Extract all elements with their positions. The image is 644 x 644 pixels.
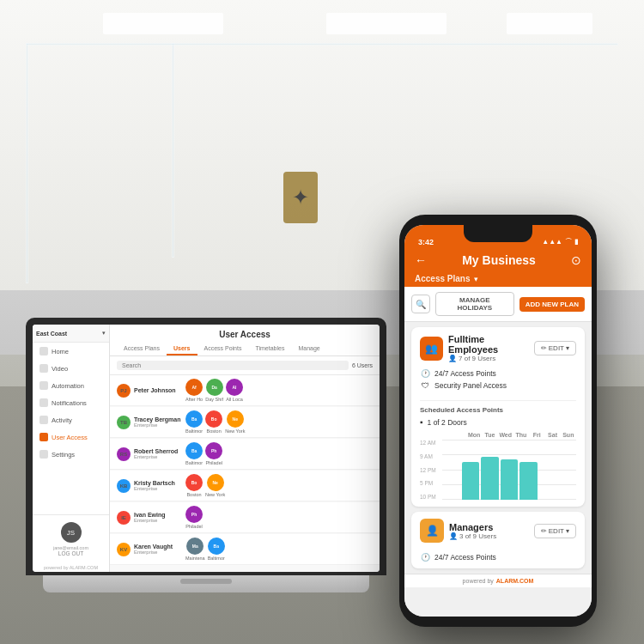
phone-notch	[464, 225, 532, 242]
tab-users[interactable]: Users	[167, 343, 197, 355]
badge-group: Ph Philadel	[185, 506, 203, 529]
schedule-day-sun: Sun	[561, 432, 576, 438]
user-initials-avatar: RS	[117, 447, 131, 461]
powered-by-text: powered by	[463, 578, 494, 584]
phone-header: ← My Business ⊙	[404, 250, 592, 274]
phone-tab-bar: Access Plans ▾	[404, 274, 592, 287]
table-row[interactable]: RS Robert Sherrod Enterprise Ba Baltimor…	[110, 439, 380, 470]
table-row[interactable]: TB Tracey Bergman Enterprise Ba Baltimor…	[110, 407, 380, 438]
user-info: Karen Vaught Enterprise	[134, 544, 185, 555]
badge-label: Baltimor	[185, 428, 203, 434]
phone: 3:42 ▲▲▲ ⌒ ▮ ← My Business ⊙ Access Plan…	[399, 215, 597, 627]
bar-tue-fill	[462, 462, 480, 500]
badge-group: Ma Maintena	[185, 538, 205, 561]
add-new-plan-button[interactable]: ADD NEW PLAN	[519, 297, 585, 312]
plan-card-managers-header: 👤 Managers 👤 3 of 9 Users ✏	[411, 512, 585, 550]
schedule-day-sat: Sat	[544, 432, 560, 438]
schedule-grid: Mon Tue Wed Thu Fri Sat Sun 12 AM 9 AM	[411, 428, 585, 507]
user-initials-avatar: KV	[117, 543, 131, 556]
laptop-tabs: Access Plans Users Access Points Timetab…	[117, 343, 373, 355]
user-name: Karen Vaught	[134, 544, 185, 550]
tab-access-points[interactable]: Access Points	[197, 343, 249, 355]
managers-clock-icon: 🕐	[420, 553, 430, 562]
managers-plan-info: Managers 👤 3 of 9 Users	[449, 522, 496, 540]
fulltime-edit-label: EDIT	[549, 344, 564, 352]
badge-group: Ne New York	[225, 410, 245, 434]
sidebar-item-settings[interactable]: Settings	[33, 446, 109, 463]
user-icon	[39, 433, 48, 441]
phone-time: 3:42	[418, 238, 434, 246]
user-initials-avatar: TB	[117, 416, 131, 429]
badge-group: Ne New York	[205, 474, 225, 497]
sidebar-item-home[interactable]: Home	[33, 343, 109, 360]
sidebar-item-activity[interactable]: Activity	[33, 411, 109, 428]
fulltime-edit-button[interactable]: ✏ EDIT ▾	[534, 341, 576, 355]
menu-icon[interactable]: ⊙	[571, 253, 581, 267]
fulltime-plan-icon: 👥	[420, 337, 443, 361]
time-spacer	[444, 432, 466, 438]
plan-card-fulltime: 👥 Fulltime Employees 👤 7 of 9 Users ✏	[411, 327, 585, 507]
tab-access-plans[interactable]: Access Plans	[117, 343, 167, 355]
gear-icon	[39, 450, 48, 459]
table-row[interactable]: PJ Peter Johnson Af After Ho Da Day Shif	[110, 375, 380, 406]
table-row[interactable]: KB Kristy Bartsch Enterprise Bo Boston N…	[110, 471, 380, 501]
video-icon	[39, 364, 48, 373]
managers-edit-label: EDIT	[549, 527, 564, 535]
schedule-day-tue: Tue	[482, 432, 497, 438]
access-badge: Ne	[207, 474, 224, 491]
access-badge: Ph	[205, 442, 222, 459]
sidebar-item-video-label: Video	[52, 365, 68, 373]
laptop-screen: East Coast ▾ Home Video Automation	[33, 325, 380, 572]
schedule-day-mon: Mon	[466, 432, 482, 438]
activity-icon	[39, 416, 48, 424]
phone-tab-label[interactable]: Access Plans	[415, 274, 471, 283]
schedule-day-thu: Thu	[513, 432, 529, 438]
laptop-main-header: User Access Access Plans Users Access Po…	[110, 325, 380, 356]
bar-wed-fill	[481, 457, 499, 500]
phone-screen: 3:42 ▲▲▲ ⌒ ▮ ← My Business ⊙ Access Plan…	[404, 225, 592, 617]
user-initials-avatar: PJ	[117, 384, 131, 398]
sidebar-item-video[interactable]: Video	[33, 360, 109, 377]
access-badge: Da	[206, 379, 223, 396]
access-badge: Ne	[227, 410, 244, 428]
edit-chevron-icon: ▾	[566, 344, 569, 352]
user-role: Enterprise	[134, 518, 185, 523]
bar-sat	[539, 440, 557, 500]
logout-label[interactable]: LOG OUT	[39, 550, 102, 556]
access-badge: Ma	[186, 538, 204, 555]
bell-icon	[39, 398, 48, 407]
phone-status-icons: ▲▲▲ ⌒ ▮	[542, 237, 578, 246]
page-title: User Access	[117, 330, 373, 339]
plan-title-group: 👥 Fulltime Employees 👤 7 of 9 Users	[420, 334, 534, 362]
user-role: Enterprise	[134, 422, 185, 428]
users-icon: 👤	[448, 355, 457, 362]
badge-group: Ba Baltimor	[208, 538, 225, 561]
table-row[interactable]: KV Karen Vaught Enterprise Ma Maintena B…	[110, 534, 380, 565]
schedule-bars	[442, 440, 576, 500]
plan-card-managers: 👤 Managers 👤 3 of 9 Users ✏	[411, 512, 585, 568]
user-badges: Ba Baltimor Ph Philadel	[185, 442, 373, 465]
sidebar-item-notifications[interactable]: Notifications	[33, 394, 109, 411]
access-badge: Ba	[208, 538, 225, 555]
access-badge: Bo	[185, 474, 203, 491]
manage-holidays-button[interactable]: MANAGE HOLIDAYS	[435, 292, 514, 316]
badge-label: Boston	[207, 428, 222, 434]
sidebar-bottom: JS jane@email.com LOG OUT	[33, 514, 109, 563]
badge-label: Maintena	[185, 556, 205, 561]
phone-body: 3:42 ▲▲▲ ⌒ ▮ ← My Business ⊙ Access Plan…	[399, 215, 597, 627]
back-button[interactable]: ←	[415, 253, 427, 267]
search-input[interactable]: Search	[117, 361, 349, 370]
access-badge: Ph	[185, 506, 203, 523]
phone-search-button[interactable]: 🔍	[411, 295, 430, 313]
tab-timetables[interactable]: Timetables	[248, 343, 291, 355]
sidebar-item-user-access[interactable]: User Access	[33, 428, 109, 446]
badge-group: Bo Boston	[205, 410, 222, 434]
managers-edit-button[interactable]: ✏ EDIT ▾	[534, 524, 576, 538]
scheduled-label: Scheduled Access Points	[411, 404, 585, 416]
user-info: Kristy Bartsch Enterprise	[134, 480, 185, 491]
sidebar-item-automation[interactable]: Automation	[33, 377, 109, 394]
tab-manage[interactable]: Manage	[291, 343, 326, 355]
table-row[interactable]: IE Ivan Ewing Enterprise Ph Philadel	[110, 502, 380, 533]
badge-label: Day Shif	[205, 397, 223, 402]
laptop-sidebar: East Coast ▾ Home Video Automation	[33, 325, 110, 572]
